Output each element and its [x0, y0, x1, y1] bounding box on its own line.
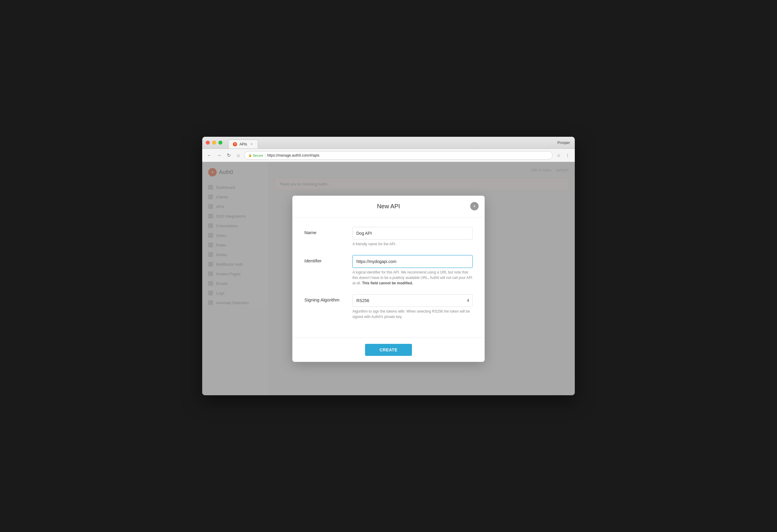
signing-algorithm-select-wrap: RS256 HS256 ⬍ [352, 294, 473, 307]
url-divider [265, 153, 265, 157]
identifier-hint: A logical identifier for this API. We re… [352, 270, 473, 286]
signing-algorithm-hint: Algorithm to sign the tokens with. When … [352, 309, 473, 319]
identifier-control-wrap: A logical identifier for this API. We re… [352, 255, 473, 286]
close-traffic-light[interactable] [206, 141, 210, 144]
title-bar: ✦ APIs × Prosper [202, 137, 575, 149]
signing-algorithm-field: Signing Algorithm RS256 HS256 ⬍ Algorith… [304, 294, 473, 319]
signing-algorithm-select[interactable]: RS256 HS256 [352, 294, 473, 307]
modal-footer: CREATE [292, 337, 485, 362]
tab-title: APIs [239, 142, 247, 146]
tabs-area: ✦ APIs × [228, 137, 258, 148]
name-input[interactable] [352, 227, 473, 239]
name-field: Name A friendly name for the API. [304, 227, 473, 247]
refresh-button[interactable]: ↻ [225, 152, 232, 159]
identifier-label: Identifier [304, 255, 352, 263]
modal-overlay: New API × Name A friendly name for the A… [202, 162, 575, 395]
name-control-wrap: A friendly name for the API. [352, 227, 473, 247]
tab-close-button[interactable]: × [249, 142, 253, 146]
tab-favicon: ✦ [233, 142, 237, 146]
address-actions: ☆ ⋮ [555, 152, 571, 159]
url-text: https://manage.auth0.com/#/apis [267, 153, 319, 157]
name-label: Name [304, 227, 352, 235]
modal-body: Name A friendly name for the API. Identi… [292, 217, 485, 337]
content-area: ✦ Auth0 Dashboard Clients APIs [202, 162, 575, 395]
address-input-wrap[interactable]: 🔒 Secure https://manage.auth0.com/#/apis [244, 151, 553, 159]
address-bar: ← → ↻ ⌂ 🔒 Secure https://manage.auth0.co… [202, 149, 575, 162]
minimize-traffic-light[interactable] [212, 141, 216, 144]
browser-tab[interactable]: ✦ APIs × [228, 139, 258, 148]
new-api-modal: New API × Name A friendly name for the A… [292, 196, 485, 362]
title-bar-user: Prosper [557, 141, 570, 145]
identifier-field: Identifier A logical identifier for this… [304, 255, 473, 286]
maximize-traffic-light[interactable] [218, 141, 222, 144]
create-button[interactable]: CREATE [365, 344, 412, 356]
modal-title: New API [300, 203, 477, 210]
signing-algorithm-control-wrap: RS256 HS256 ⬍ Algorithm to sign the toke… [352, 294, 473, 319]
home-button[interactable]: ⌂ [235, 152, 242, 159]
menu-button[interactable]: ⋮ [564, 152, 571, 159]
secure-badge: 🔒 Secure [248, 153, 263, 157]
traffic-lights [206, 141, 222, 144]
identifier-hint-bold: This field cannot be modified. [362, 281, 413, 285]
name-hint: A friendly name for the API. [352, 241, 473, 247]
identifier-input[interactable] [352, 255, 473, 268]
back-button[interactable]: ← [206, 152, 213, 159]
secure-label: Secure [253, 153, 263, 157]
forward-button[interactable]: → [215, 152, 223, 159]
bookmark-button[interactable]: ☆ [555, 152, 562, 159]
modal-close-button[interactable]: × [470, 202, 479, 210]
signing-algorithm-label: Signing Algorithm [304, 294, 352, 302]
lock-icon: 🔒 [248, 153, 252, 157]
modal-header: New API × [292, 196, 485, 217]
